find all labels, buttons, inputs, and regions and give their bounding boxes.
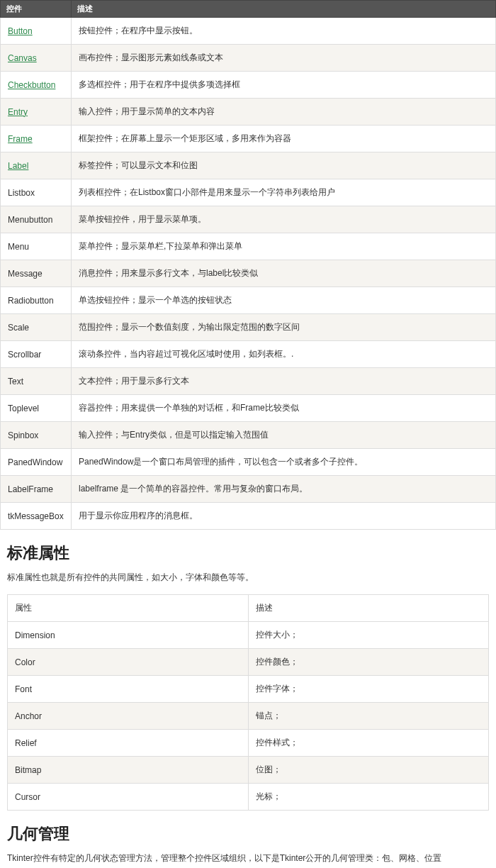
widgets-header-name: 控件 [1,1,72,18]
widget-desc-cell: 单选按钮控件；显示一个单选的按钮状态 [72,287,496,314]
widget-desc-cell: 画布控件；显示图形元素如线条或文本 [72,45,496,72]
table-row: Checkbutton多选框控件；用于在程序中提供多项选择框 [1,72,496,99]
table-row: Radiobutton单选按钮控件；显示一个单选的按钮状态 [1,287,496,314]
name-cell: Color [8,649,249,676]
desc-cell: 控件字体； [248,676,489,703]
name-cell: Relief [8,730,249,757]
attrs-table: 属性 描述 Dimension控件大小；Color控件颜色；Font控件字体；A… [7,594,489,811]
desc-cell: 控件样式； [248,730,489,757]
name-cell: Cursor [8,784,249,811]
widget-name-cell: Checkbutton [1,72,72,99]
desc-cell: 光标； [248,784,489,811]
table-row: Canvas画布控件；显示图形元素如线条或文本 [1,45,496,72]
table-row: Scale范围控件；显示一个数值刻度，为输出限定范围的数字区间 [1,314,496,341]
widget-link[interactable]: Entry [8,107,28,117]
widget-link[interactable]: Canvas [8,53,37,63]
widget-name-cell: Frame [1,126,72,152]
widget-name-cell: Scrollbar [1,341,72,368]
geom-intro: Tkinter控件有特定的几何状态管理方法，管理整个控件区域组织，以下是Tkin… [7,852,489,865]
name-cell: Anchor [8,703,249,730]
widget-link[interactable]: Checkbutton [8,80,55,90]
widgets-table: 控件 描述 Button按钮控件；在程序中显示按钮。Canvas画布控件；显示图… [0,0,496,530]
widget-name-cell: Button [1,18,72,45]
widget-name-cell: tkMessageBox [1,503,72,530]
attrs-header-name: 属性 [8,595,249,622]
attrs-header-desc: 描述 [248,595,489,622]
widget-desc-cell: 菜单控件；显示菜单栏,下拉菜单和弹出菜单 [72,233,496,260]
table-row: Dimension控件大小； [8,622,489,649]
widget-desc-cell: PanedWindow是一个窗口布局管理的插件，可以包含一个或者多个子控件。 [72,449,496,476]
widget-name-cell: Scale [1,314,72,341]
table-row: Color控件颜色； [8,649,489,676]
widget-name-cell: Canvas [1,45,72,72]
widget-name-cell: Label [1,152,72,179]
desc-cell: 锚点； [248,703,489,730]
widget-desc-cell: 文本控件；用于显示多行文本 [72,368,496,395]
table-row: Anchor锚点； [8,703,489,730]
widget-name-cell: Menubutton [1,206,72,233]
widget-link[interactable]: Label [8,161,28,171]
attrs-intro: 标准属性也就是所有控件的共同属性，如大小，字体和颜色等等。 [7,571,489,584]
geom-heading: 几何管理 [7,823,489,845]
table-row: Button按钮控件；在程序中显示按钮。 [1,18,496,45]
table-row: PanedWindowPanedWindow是一个窗口布局管理的插件，可以包含一… [1,449,496,476]
widget-link[interactable]: Frame [8,134,33,144]
attrs-heading: 标准属性 [7,542,489,564]
table-row: Label标签控件；可以显示文本和位图 [1,152,496,179]
widget-desc-cell: labelframe 是一个简单的容器控件。常用与复杂的窗口布局。 [72,476,496,503]
widget-desc-cell: 列表框控件；在Listbox窗口小部件是用来显示一个字符串列表给用户 [72,179,496,206]
widget-name-cell: Menu [1,233,72,260]
widget-desc-cell: 滚动条控件，当内容超过可视化区域时使用，如列表框。. [72,341,496,368]
table-row: LabelFramelabelframe 是一个简单的容器控件。常用与复杂的窗口… [1,476,496,503]
desc-cell: 位图； [248,757,489,784]
table-row: Spinbox输入控件；与Entry类似，但是可以指定输入范围值 [1,422,496,449]
widget-desc-cell: 按钮控件；在程序中显示按钮。 [72,18,496,45]
widget-desc-cell: 菜单按钮控件，用于显示菜单项。 [72,206,496,233]
table-row: Relief控件样式； [8,730,489,757]
name-cell: Dimension [8,622,249,649]
widget-name-cell: PanedWindow [1,449,72,476]
widget-name-cell: Radiobutton [1,287,72,314]
table-row: Listbox列表框控件；在Listbox窗口小部件是用来显示一个字符串列表给用… [1,179,496,206]
table-row: Entry输入控件；用于显示简单的文本内容 [1,99,496,126]
widget-name-cell: Message [1,260,72,287]
widget-desc-cell: 用于显示你应用程序的消息框。 [72,503,496,530]
widget-name-cell: Text [1,368,72,395]
table-row: Bitmap位图； [8,757,489,784]
table-row: Menubutton菜单按钮控件，用于显示菜单项。 [1,206,496,233]
widget-name-cell: Listbox [1,179,72,206]
widget-desc-cell: 框架控件；在屏幕上显示一个矩形区域，多用来作为容器 [72,126,496,152]
widget-desc-cell: 范围控件；显示一个数值刻度，为输出限定范围的数字区间 [72,314,496,341]
table-row: Cursor光标； [8,784,489,811]
widget-desc-cell: 多选框控件；用于在程序中提供多项选择框 [72,72,496,99]
desc-cell: 控件大小； [248,622,489,649]
widget-name-cell: Entry [1,99,72,126]
widget-desc-cell: 输入控件；与Entry类似，但是可以指定输入范围值 [72,422,496,449]
name-cell: Font [8,676,249,703]
widget-link[interactable]: Button [8,26,33,36]
widget-name-cell: Toplevel [1,395,72,422]
table-row: Frame框架控件；在屏幕上显示一个矩形区域，多用来作为容器 [1,126,496,152]
widget-name-cell: Spinbox [1,422,72,449]
widget-desc-cell: 容器控件；用来提供一个单独的对话框，和Frame比较类似 [72,395,496,422]
widget-desc-cell: 消息控件；用来显示多行文本，与label比较类似 [72,260,496,287]
name-cell: Bitmap [8,757,249,784]
table-row: Scrollbar滚动条控件，当内容超过可视化区域时使用，如列表框。. [1,341,496,368]
table-row: Menu菜单控件；显示菜单栏,下拉菜单和弹出菜单 [1,233,496,260]
table-row: tkMessageBox用于显示你应用程序的消息框。 [1,503,496,530]
desc-cell: 控件颜色； [248,649,489,676]
table-row: Message消息控件；用来显示多行文本，与label比较类似 [1,260,496,287]
widget-name-cell: LabelFrame [1,476,72,503]
widget-desc-cell: 标签控件；可以显示文本和位图 [72,152,496,179]
table-row: Text文本控件；用于显示多行文本 [1,368,496,395]
widgets-header-desc: 描述 [72,1,496,18]
table-row: Font控件字体； [8,676,489,703]
table-row: Toplevel容器控件；用来提供一个单独的对话框，和Frame比较类似 [1,395,496,422]
widget-desc-cell: 输入控件；用于显示简单的文本内容 [72,99,496,126]
